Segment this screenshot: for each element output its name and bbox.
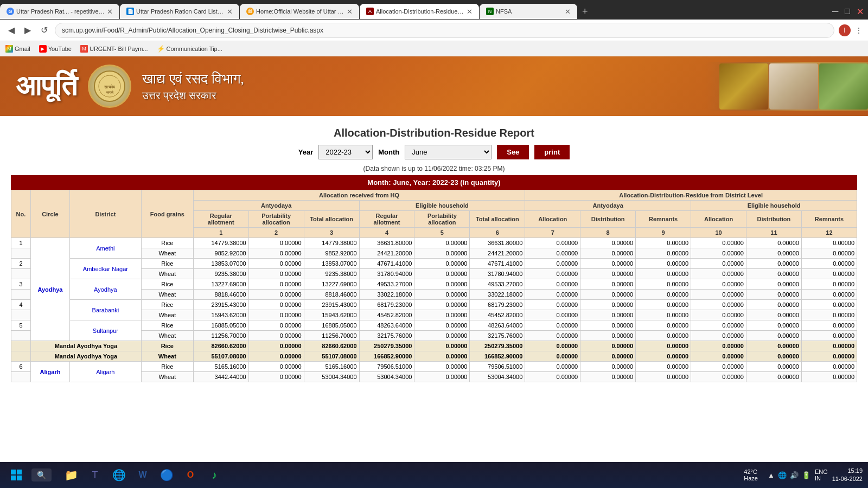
bookmark-urgent[interactable]: M URGENT- Bill Paym... bbox=[80, 45, 148, 53]
cell-val-8: 0.00000 bbox=[636, 300, 691, 310]
cell-val-9: 0.00000 bbox=[691, 269, 746, 279]
bookmark-communication[interactable]: ⚡ Communication Tip... bbox=[157, 45, 222, 53]
bookmark-gmail[interactable]: M Gmail bbox=[5, 45, 30, 53]
cell-val-11: 0.00000 bbox=[801, 238, 857, 248]
cell-sno: 4 bbox=[11, 300, 31, 310]
cell-val-2: 13227.69000 bbox=[304, 279, 359, 290]
cell-val-10: 0.00000 bbox=[746, 290, 801, 300]
tab-favicon-1: G bbox=[7, 8, 14, 15]
cell-val-4: 0.00000 bbox=[414, 290, 470, 300]
cell-grain: Rice bbox=[141, 238, 193, 248]
cell-sno bbox=[11, 341, 31, 351]
bookmark-communication-label: Communication Tip... bbox=[167, 46, 222, 52]
cell-val-11: 0.00000 bbox=[801, 341, 857, 351]
cell-grain: Wheat bbox=[141, 351, 193, 362]
extensions-icon[interactable]: ⋮ bbox=[855, 26, 863, 35]
tab-label-2: Uttar Pradesh Ration Card List - ... bbox=[136, 8, 225, 15]
tab-4[interactable]: A Allocation-Distribution-Residue R... ✕ bbox=[360, 4, 479, 19]
th-remnants1: Remnants bbox=[636, 211, 691, 228]
taskbar-spotify[interactable]: ♪ bbox=[203, 464, 225, 486]
cell-val-7: 0.00000 bbox=[580, 248, 636, 259]
cell-sno bbox=[11, 351, 31, 362]
cell-val-4: 0.00000 bbox=[414, 259, 470, 269]
cell-val-10: 0.00000 bbox=[746, 279, 801, 290]
taskbar-chrome[interactable]: 🔵 bbox=[156, 464, 177, 486]
tab-3[interactable]: 🏛 Home:Official Website of Uttar P... ✕ bbox=[240, 4, 359, 19]
th-total-alloc2: Total allocation bbox=[470, 211, 525, 228]
cell-val-7: 0.00000 bbox=[580, 238, 636, 248]
taskbar-word[interactable]: W bbox=[132, 464, 154, 486]
cell-val-1: 0.00000 bbox=[248, 259, 304, 269]
cell-val-3: 47671.41000 bbox=[359, 259, 414, 269]
cell-district[interactable]: Ayodhya bbox=[69, 279, 141, 300]
cell-val-2: 15943.62000 bbox=[304, 310, 359, 320]
cell-val-7: 0.00000 bbox=[580, 269, 636, 279]
taskbar-edge[interactable]: 🌐 bbox=[108, 464, 130, 486]
tab-1[interactable]: G Uttar Pradesh Rat... - repetitive ... … bbox=[0, 4, 119, 19]
th-foodgrains: Food grains bbox=[141, 190, 193, 238]
cell-district[interactable]: Sultanpur bbox=[69, 320, 141, 341]
svg-rect-4 bbox=[11, 470, 16, 474]
year-select[interactable]: 2022-23 2021-22 2020-21 2019-20 bbox=[318, 145, 373, 159]
cell-val-9: 0.00000 bbox=[691, 320, 746, 331]
cell-val-8: 0.00000 bbox=[636, 362, 691, 372]
close-window-button[interactable]: ✕ bbox=[857, 7, 864, 17]
cell-sno bbox=[11, 269, 31, 279]
tab-close-2[interactable]: ✕ bbox=[227, 8, 233, 16]
see-button[interactable]: See bbox=[497, 145, 529, 159]
month-select[interactable]: April May June July August September Oct… bbox=[405, 145, 492, 159]
cell-district[interactable]: Barabanki bbox=[69, 300, 141, 320]
forward-button[interactable]: ▶ bbox=[22, 24, 34, 36]
minimize-button[interactable]: ─ bbox=[832, 7, 838, 16]
cell-sno bbox=[11, 331, 31, 341]
cell-val-0: 82660.62000 bbox=[193, 341, 248, 351]
th-portability-alloc2: Portability allocation bbox=[414, 211, 470, 228]
up-arrow-icon[interactable]: ▲ bbox=[768, 471, 775, 479]
new-tab-button[interactable]: + bbox=[578, 5, 592, 18]
cell-val-8: 0.00000 bbox=[636, 238, 691, 248]
cell-val-11: 0.00000 bbox=[801, 279, 857, 290]
taskbar-msoffice[interactable]: O bbox=[180, 464, 201, 486]
back-button[interactable]: ◀ bbox=[5, 24, 17, 36]
cell-val-2: 23915.43000 bbox=[304, 300, 359, 310]
cell-val-7: 0.00000 bbox=[580, 362, 636, 372]
network-icon[interactable]: 🌐 bbox=[778, 471, 787, 479]
cell-val-5: 53004.34000 bbox=[470, 372, 525, 382]
cell-val-6: 0.00000 bbox=[525, 279, 580, 290]
tab-close-1[interactable]: ✕ bbox=[107, 8, 113, 16]
profile-icon[interactable]: I bbox=[839, 24, 851, 36]
taskbar-search[interactable]: 🔍 bbox=[31, 468, 52, 481]
url-input[interactable] bbox=[55, 23, 834, 38]
tab-2[interactable]: 📄 Uttar Pradesh Ration Card List - ... ✕ bbox=[120, 4, 239, 19]
cell-val-6: 0.00000 bbox=[525, 248, 580, 259]
cell-val-5: 49533.27000 bbox=[470, 279, 525, 290]
cell-val-5: 32175.76000 bbox=[470, 331, 525, 341]
cell-sno: 5 bbox=[11, 320, 31, 331]
taskbar-right: 42°C Haze ▲ 🌐 🔊 🔋 ENGIN 15:19 11-06-2022 bbox=[744, 467, 863, 484]
filter-row: Year 2022-23 2021-22 2020-21 2019-20 Mon… bbox=[11, 145, 857, 159]
tab-close-3[interactable]: ✕ bbox=[347, 8, 353, 16]
cell-val-9: 0.00000 bbox=[691, 238, 746, 248]
volume-icon[interactable]: 🔊 bbox=[790, 471, 799, 479]
cell-district[interactable]: Ambedkar Nagar bbox=[69, 259, 141, 279]
cell-val-7: 0.00000 bbox=[580, 300, 636, 310]
th-allocation1: Allocation bbox=[525, 211, 580, 228]
maximize-button[interactable]: □ bbox=[845, 7, 850, 16]
tab-5[interactable]: N NFSA ✕ bbox=[480, 4, 577, 19]
print-button[interactable]: print bbox=[534, 145, 570, 159]
taskbar-teams[interactable]: T bbox=[84, 464, 106, 486]
office-icon: O bbox=[187, 470, 194, 480]
refresh-button[interactable]: ↺ bbox=[38, 24, 50, 36]
cell-val-2: 55107.08000 bbox=[304, 351, 359, 362]
start-button[interactable] bbox=[5, 464, 27, 486]
tab-close-4[interactable]: ✕ bbox=[467, 8, 473, 16]
bookmark-youtube[interactable]: ▶ YouTube bbox=[39, 45, 72, 53]
cell-district[interactable]: Amethi bbox=[69, 238, 141, 259]
language-display: ENGIN bbox=[815, 468, 828, 481]
weather-display: 42°C Haze bbox=[744, 468, 758, 481]
cell-val-1: 0.00000 bbox=[248, 362, 304, 372]
taskbar-file-explorer[interactable]: 📁 bbox=[60, 464, 82, 486]
cell-district[interactable]: Aligarh bbox=[69, 362, 141, 382]
cell-val-2: 5165.16000 bbox=[304, 362, 359, 372]
tab-close-5[interactable]: ✕ bbox=[565, 8, 571, 16]
